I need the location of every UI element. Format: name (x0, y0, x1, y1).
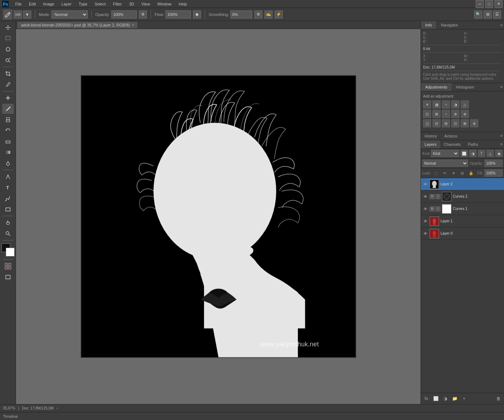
filter-smart-btn[interactable]: ◉ (495, 150, 503, 157)
history-menu-btn[interactable]: ≡ (500, 134, 503, 138)
tablet-pressure-btn[interactable]: ✍ (265, 11, 273, 18)
layer-adjustment-btn[interactable]: ◑ (441, 395, 449, 403)
opacity-value[interactable]: 100% (484, 160, 503, 167)
lock-position-btn[interactable]: ✛ (450, 169, 457, 177)
adj-channel-mixer[interactable]: ⊗ (461, 110, 469, 118)
layer-eye-curves1[interactable]: 👁 (422, 206, 428, 212)
layer-new-btn[interactable]: + (460, 395, 468, 403)
lock-all-btn[interactable]: 🔒 (467, 169, 475, 177)
layer-mask-btn[interactable]: ⬜ (432, 395, 440, 403)
canvas-image[interactable]: www.yakymchuk.net (81, 75, 356, 358)
menu-filter[interactable]: Filter (111, 1, 123, 7)
adj-vibrance[interactable]: △ (461, 100, 469, 108)
tab-actions[interactable]: Actions (441, 132, 461, 140)
selection-tool[interactable] (2, 33, 14, 44)
adj-selective-color[interactable]: ⊕ (470, 119, 478, 127)
layer-item-layer2[interactable]: 👁 Layer 2 (421, 178, 504, 190)
tab-histogram[interactable]: Histogram (452, 83, 479, 91)
layer-item-layer1[interactable]: 👁 Layer 1 (421, 215, 504, 227)
brush-size-btn[interactable]: 100 (14, 11, 22, 18)
heal-tool[interactable] (2, 93, 14, 103)
layer-link-curves1[interactable]: ⛓ (430, 206, 435, 211)
adj-exposure[interactable]: ◑ (451, 100, 459, 108)
adj-levels[interactable]: ▦ (433, 100, 441, 108)
tab-adjustments[interactable]: Adjustments (421, 83, 452, 91)
layer-clip-curves1[interactable]: ↧ (435, 206, 441, 211)
shape-tool[interactable] (2, 204, 14, 214)
lock-artboard-btn[interactable]: ⊟ (459, 169, 466, 177)
minimize-button[interactable]: ─ (476, 0, 484, 8)
filter-text-btn[interactable]: T (478, 150, 485, 157)
quick-select-tool[interactable] (2, 55, 14, 65)
filter-pixel-btn[interactable]: ⬜ (460, 150, 468, 157)
layer-item-curves2[interactable]: 👁 ⛓ ↧ Curves 2 (421, 190, 504, 203)
background-color[interactable] (6, 248, 15, 256)
screen-mode-tool[interactable] (2, 272, 14, 282)
airbrush-btn[interactable]: ◉ (193, 11, 201, 18)
zoom-tool[interactable] (2, 228, 14, 239)
tab-layers[interactable]: Layers (421, 140, 440, 148)
brush-preset-btn[interactable]: ▼ (23, 11, 31, 18)
flow-input[interactable]: 100% (165, 11, 191, 18)
menu-3d[interactable]: 3D (128, 1, 136, 7)
layer-item-layer0[interactable]: 👁 Layer 0 (421, 227, 504, 240)
adj-posterize[interactable]: ⊞ (442, 119, 450, 127)
opacity-input[interactable]: 100% (111, 11, 137, 18)
adj-brightness[interactable]: ☀ (423, 100, 431, 108)
status-arrow[interactable]: › (57, 406, 58, 410)
move-tool[interactable] (2, 22, 14, 33)
layer-group-btn[interactable]: 📁 (451, 395, 459, 403)
canvas-tab[interactable]: adult-blond-blonde-2055592+.psd @ 35,7% … (17, 22, 138, 28)
text-tool[interactable]: T (2, 182, 14, 193)
pen-tool[interactable] (2, 172, 14, 182)
lock-pixels-btn[interactable]: ⬚ (433, 169, 440, 177)
symmetry-btn[interactable]: ⚡ (275, 11, 283, 18)
tab-info[interactable]: Info (421, 21, 437, 29)
dodge-tool[interactable] (2, 158, 14, 168)
menu-view[interactable]: View (140, 1, 152, 7)
maximize-button[interactable]: □ (485, 0, 493, 8)
eraser-tool[interactable] (2, 136, 14, 147)
hand-tool[interactable] (2, 218, 14, 228)
adj-invert[interactable]: ⊟ (433, 119, 441, 127)
lasso-tool[interactable] (2, 44, 14, 54)
layer-filter-select[interactable]: Kind (431, 150, 459, 157)
adj-gradient-map[interactable]: ⊠ (461, 119, 469, 127)
quick-mask-tool[interactable] (2, 261, 14, 271)
menu-file[interactable]: File (14, 1, 23, 7)
gradient-tool[interactable] (2, 147, 14, 157)
tab-navigator[interactable]: Navigator (437, 21, 463, 29)
adj-color-lookup[interactable]: ◫ (423, 119, 431, 127)
tab-channels[interactable]: Channels (440, 140, 464, 148)
workspace-btn[interactable]: ☰ (493, 11, 501, 18)
tab-close-btn[interactable]: × (132, 23, 134, 27)
smoothing-options-btn[interactable]: ⚙ (254, 11, 262, 18)
adj-threshold[interactable]: ⊡ (451, 119, 459, 127)
layers-menu-btn[interactable]: ≡ (500, 142, 503, 146)
layer-eye-layer2[interactable]: 👁 (422, 181, 428, 187)
layer-eye-layer1[interactable]: 👁 (422, 218, 428, 224)
layer-eye-curves2[interactable]: 👁 (422, 194, 428, 199)
tab-paths[interactable]: Paths (464, 140, 482, 148)
blend-mode-select[interactable]: Normal (422, 160, 468, 167)
menu-type[interactable]: Type (77, 1, 89, 7)
brush-tool-icon[interactable] (3, 9, 12, 20)
mode-select[interactable]: Normal (52, 11, 88, 18)
close-button[interactable]: ✕ (495, 0, 503, 8)
layer-eye-layer0[interactable]: 👁 (422, 231, 428, 236)
menu-layer[interactable]: Layer (60, 1, 73, 7)
fill-value[interactable]: 100% (484, 169, 503, 177)
path-select-tool[interactable] (2, 193, 14, 203)
opacity-settings-btn[interactable]: ⚙ (139, 11, 147, 18)
layout-btn[interactable]: ⊞ (484, 11, 492, 18)
adj-photo-filter[interactable]: ⊕ (451, 110, 459, 118)
color-boxes[interactable] (1, 243, 15, 256)
adj-hue-sat[interactable]: ⊡ (423, 110, 431, 118)
menu-image[interactable]: Image (42, 1, 56, 7)
filter-shape-btn[interactable]: △ (487, 150, 494, 157)
crop-tool[interactable] (2, 69, 14, 79)
brush-tool[interactable] (2, 104, 14, 114)
layer-link-curves2[interactable]: ⛓ (430, 194, 435, 199)
layer-delete-btn[interactable]: 🗑 (495, 395, 503, 403)
panel-menu-btn[interactable]: ≡ (500, 23, 503, 27)
